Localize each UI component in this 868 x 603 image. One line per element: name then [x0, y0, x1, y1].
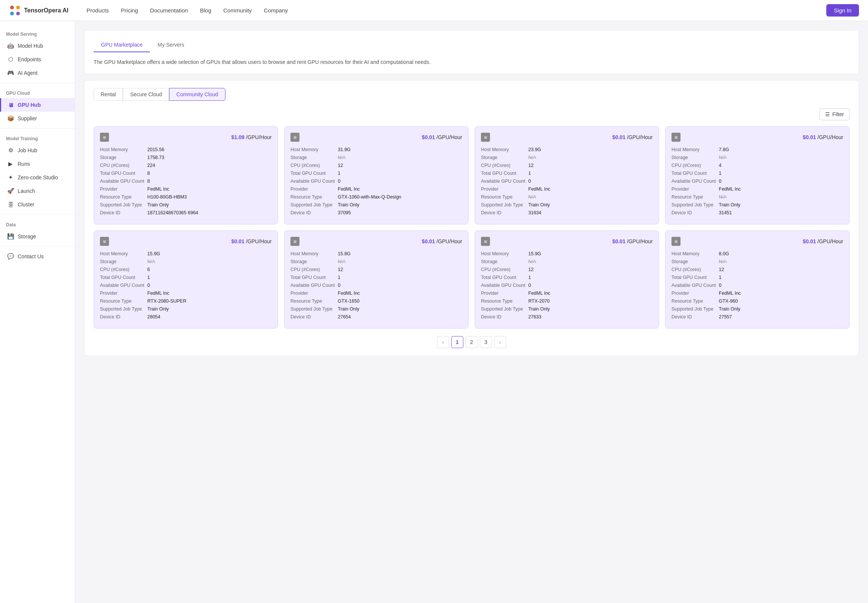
nav-products[interactable]: Products — [86, 7, 109, 14]
nav-community[interactable]: Community — [223, 7, 252, 14]
gpu-grid-row1: ⊞ $1.09 /GPU/Hour Host Memory 2015.56 St… — [94, 126, 849, 224]
gpu-card-2-price-val: $0.01 — [422, 134, 435, 140]
gpu-card-3-icon: ⊞ — [481, 133, 490, 142]
sub-tab-community-cloud[interactable]: Community Cloud — [169, 88, 225, 101]
app-layout: Model Serving 🤖 Model Hub ⬡ Endpoints 🎮 … — [0, 21, 868, 603]
gpu-card-1-job: Supported Job Type Train Only — [100, 202, 272, 207]
logo-text: TensorOpera AI — [24, 7, 68, 14]
tab-gpu-marketplace[interactable]: GPU Marketplace — [94, 38, 150, 52]
nav-pricing[interactable]: Pricing — [120, 7, 138, 14]
gpu-card-4-header: ⊞ $0.01 /GPU/Hour — [671, 133, 843, 142]
gpu-card-3-price: $0.01 /GPU/Hour — [612, 134, 653, 140]
sidebar-divider-2 — [0, 128, 75, 128]
gpu-card-3: ⊞ $0.01 /GPU/Hour Host Memory 23.9G Stor… — [475, 126, 659, 224]
main-nav: Products Pricing Documentation Blog Comm… — [86, 7, 826, 14]
job-hub-icon: ⚙ — [7, 147, 14, 154]
sidebar-item-storage[interactable]: 💾 Storage — [0, 230, 75, 243]
sidebar-item-storage-label: Storage — [18, 233, 36, 240]
gpu-card-8: ⊞ $0.01 /GPU/Hour Host Memory8.0G Storag… — [665, 230, 849, 329]
sign-in-button[interactable]: Sign In — [826, 4, 859, 17]
sidebar-item-model-hub[interactable]: 🤖 Model Hub — [0, 39, 75, 53]
filter-label: Filter — [832, 111, 844, 117]
gpu-card-1-avail-gpu-val: 8 — [147, 179, 150, 184]
nav-company[interactable]: Company — [264, 7, 288, 14]
gpu-card-8-icon: ⊞ — [671, 237, 680, 246]
data-label: Data — [0, 218, 75, 230]
gpu-card-6-icon: ⊞ — [290, 237, 299, 246]
sidebar-item-gpu-hub[interactable]: 🖥 GPU Hub — [0, 98, 75, 112]
sidebar-item-job-hub[interactable]: ⚙ Job Hub — [0, 144, 75, 157]
endpoints-icon: ⬡ — [7, 56, 14, 63]
logo[interactable]: TensorOpera AI — [9, 5, 68, 17]
sidebar-item-job-hub-label: Job Hub — [18, 147, 37, 153]
cluster-icon: 🗄 — [7, 201, 14, 208]
sidebar-item-zero-code-label: Zero-code Studio — [18, 175, 58, 181]
gpu-card-1-storage: Storage 1758.73 — [100, 155, 272, 160]
gpu-card-1-header: ⊞ $1.09 /GPU/Hour — [100, 133, 272, 142]
nav-documentation[interactable]: Documentation — [150, 7, 188, 14]
gpu-card-1-provider: Provider FedML Inc — [100, 187, 272, 192]
sidebar-item-ai-agent[interactable]: 🎮 AI Agent — [0, 66, 75, 80]
sidebar-item-launch-label: Launch — [18, 188, 35, 194]
pagination-prev[interactable]: ‹ — [437, 336, 449, 348]
gpu-card-1-resource-val: H100-80GB-HBM3 — [147, 194, 187, 199]
gpu-listing-card: Rental Secure Cloud Community Cloud ☰ Fi… — [84, 80, 859, 356]
sub-tabs: Rental Secure Cloud Community Cloud — [94, 88, 849, 101]
sub-tab-secure-cloud[interactable]: Secure Cloud — [123, 88, 169, 101]
pagination-page-2[interactable]: 2 — [466, 336, 478, 348]
sub-tab-rental[interactable]: Rental — [94, 88, 123, 101]
contact-us-icon: 💬 — [7, 253, 14, 260]
sidebar-item-endpoints[interactable]: ⬡ Endpoints — [0, 53, 75, 66]
gpu-card-6: ⊞ $0.01 /GPU/Hour Host Memory15.8G Stora… — [284, 230, 469, 329]
gpu-card-1-device: Device ID 187116248670365 6964 — [100, 210, 272, 215]
marketplace-description: The GPU Marketplace offers a wide select… — [94, 58, 849, 66]
filter-button[interactable]: ☰ Filter — [820, 108, 849, 120]
gpu-card-7-icon: ⊞ — [481, 237, 490, 246]
sidebar-item-model-hub-label: Model Hub — [18, 43, 43, 49]
gpu-card-2: ⊞ $0.01 /GPU/Hour Host Memory 31.9G Stor… — [284, 126, 469, 224]
nav-blog[interactable]: Blog — [200, 7, 211, 14]
pagination-page-3[interactable]: 3 — [480, 336, 492, 348]
sidebar-item-contact-us[interactable]: 💬 Contact Us — [0, 250, 75, 263]
sidebar-divider-3 — [0, 214, 75, 215]
sidebar-item-launch[interactable]: 🚀 Launch — [0, 184, 75, 198]
sidebar-item-supplier[interactable]: 📦 Supplier — [0, 112, 75, 125]
marketplace-card: GPU Marketplace My Servers The GPU Marke… — [84, 30, 859, 74]
model-serving-label: Model Serving — [0, 27, 75, 39]
gpu-card-1-cpu-val: 224 — [147, 163, 155, 168]
gpu-card-3-header: ⊞ $0.01 /GPU/Hour — [481, 133, 653, 142]
gpu-card-1-cpu: CPU (#Cores) 224 — [100, 163, 272, 168]
sidebar-item-gpu-hub-label: GPU Hub — [18, 102, 40, 108]
sidebar-item-runs-label: Runs — [18, 161, 30, 167]
gpu-card-7: ⊞ $0.01 /GPU/Hour Host Memory15.9G Stora… — [475, 230, 659, 329]
gpu-card-1-resource: Resource Type H100-80GB-HBM3 — [100, 194, 272, 199]
gpu-card-1-provider-val: FedML Inc — [147, 187, 170, 192]
sidebar-item-runs[interactable]: ▶ Runs — [0, 157, 75, 171]
sidebar-divider-4 — [0, 246, 75, 247]
gpu-card-1-total-gpu: Total GPU Count 8 — [100, 171, 272, 176]
gpu-card-1-price: $1.09 /GPU/Hour — [231, 134, 272, 140]
model-training-label: Model Training — [0, 131, 75, 144]
gpu-card-1-price-val: $1.09 — [231, 134, 245, 140]
gpu-card-4-price: $0.01 /GPU/Hour — [803, 134, 843, 140]
sidebar-item-contact-us-label: Contact Us — [18, 254, 43, 260]
launch-icon: 🚀 — [7, 188, 14, 194]
sidebar-item-cluster[interactable]: 🗄 Cluster — [0, 198, 75, 211]
pagination-page-1[interactable]: 1 — [451, 336, 463, 348]
sidebar-item-zero-code[interactable]: ✦ Zero-code Studio — [0, 171, 75, 184]
gpu-card-5-icon: ⊞ — [100, 237, 109, 246]
sidebar: Model Serving 🤖 Model Hub ⬡ Endpoints 🎮 … — [0, 21, 75, 603]
gpu-card-2-price-unit: /GPU/Hour — [436, 134, 462, 140]
pagination-next[interactable]: › — [494, 336, 506, 348]
sidebar-item-endpoints-label: Endpoints — [18, 56, 41, 62]
svg-point-3 — [16, 12, 20, 15]
supplier-icon: 📦 — [7, 115, 14, 122]
tab-my-servers[interactable]: My Servers — [150, 38, 192, 52]
gpu-hub-icon: 🖥 — [7, 102, 14, 108]
ai-agent-icon: 🎮 — [7, 70, 14, 76]
gpu-card-2-price: $0.01 /GPU/Hour — [422, 134, 462, 140]
model-hub-icon: 🤖 — [7, 42, 14, 49]
sidebar-item-supplier-label: Supplier — [18, 115, 37, 121]
filter-icon: ☰ — [825, 111, 830, 117]
gpu-card-1-storage-val: 1758.73 — [147, 155, 164, 160]
